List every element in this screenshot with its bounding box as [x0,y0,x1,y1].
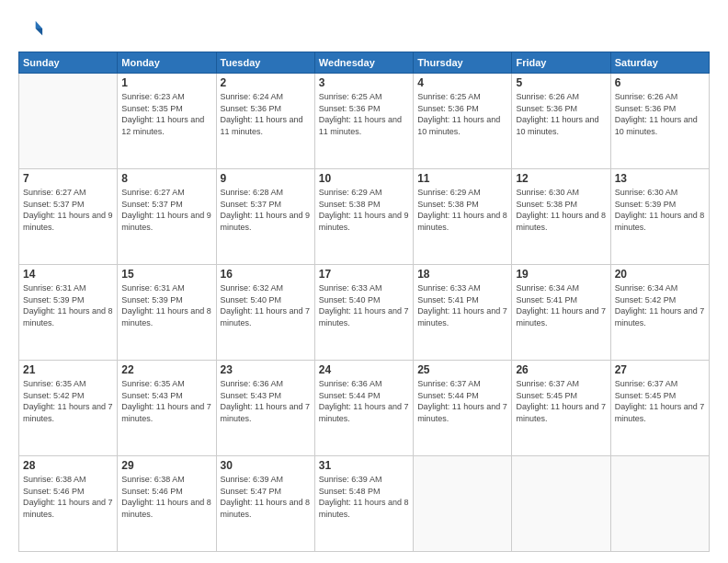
day-number: 31 [319,459,409,472]
cell-info: Sunrise: 6:27 AMSunset: 5:37 PMDaylight:… [23,187,113,233]
day-number: 23 [221,363,311,376]
calendar-cell: 3Sunrise: 6:25 AMSunset: 5:36 PMDaylight… [314,74,413,169]
calendar-cell: 5Sunrise: 6:26 AMSunset: 5:36 PMDaylight… [512,74,610,169]
calendar-cell: 28Sunrise: 6:38 AMSunset: 5:46 PMDayligh… [19,456,118,552]
day-number: 1 [121,76,211,89]
svg-marker-1 [36,29,42,35]
calendar-cell: 21Sunrise: 6:35 AMSunset: 5:42 PMDayligh… [19,361,118,456]
cell-info: Sunrise: 6:37 AMSunset: 5:45 PMDaylight:… [615,378,705,424]
calendar-week-2: 14Sunrise: 6:31 AMSunset: 5:39 PMDayligh… [19,265,710,361]
day-number: 4 [417,76,507,89]
cell-info: Sunrise: 6:35 AMSunset: 5:43 PMDaylight:… [121,378,211,424]
day-number: 24 [319,363,409,376]
calendar-cell: 9Sunrise: 6:28 AMSunset: 5:37 PMDaylight… [216,169,314,265]
calendar-cell: 14Sunrise: 6:31 AMSunset: 5:39 PMDayligh… [19,265,118,361]
calendar-week-4: 28Sunrise: 6:38 AMSunset: 5:46 PMDayligh… [19,456,710,552]
cell-info: Sunrise: 6:25 AMSunset: 5:36 PMDaylight:… [417,91,507,137]
header [18,17,710,42]
calendar-cell: 15Sunrise: 6:31 AMSunset: 5:39 PMDayligh… [118,265,216,361]
calendar-cell: 2Sunrise: 6:24 AMSunset: 5:36 PMDaylight… [216,74,314,169]
col-header-monday: Monday [118,52,216,74]
cell-info: Sunrise: 6:31 AMSunset: 5:39 PMDaylight:… [121,282,211,328]
day-number: 3 [319,76,409,89]
day-number: 19 [516,268,606,281]
calendar-cell [512,456,610,552]
calendar-cell: 12Sunrise: 6:30 AMSunset: 5:38 PMDayligh… [512,169,610,265]
day-number: 8 [121,172,211,185]
calendar-cell: 29Sunrise: 6:38 AMSunset: 5:46 PMDayligh… [118,456,216,552]
day-number: 17 [319,268,409,281]
cell-info: Sunrise: 6:37 AMSunset: 5:44 PMDaylight:… [417,378,507,424]
calendar-cell: 24Sunrise: 6:36 AMSunset: 5:44 PMDayligh… [314,361,413,456]
cell-info: Sunrise: 6:39 AMSunset: 5:48 PMDaylight:… [319,474,409,520]
day-number: 25 [417,363,507,376]
calendar-cell: 27Sunrise: 6:37 AMSunset: 5:45 PMDayligh… [610,361,709,456]
cell-info: Sunrise: 6:38 AMSunset: 5:46 PMDaylight:… [121,474,211,520]
day-number: 7 [23,172,113,185]
col-header-tuesday: Tuesday [216,52,314,74]
calendar-cell: 17Sunrise: 6:33 AMSunset: 5:40 PMDayligh… [314,265,413,361]
day-number: 14 [23,268,113,281]
calendar-cell: 22Sunrise: 6:35 AMSunset: 5:43 PMDayligh… [118,361,216,456]
cell-info: Sunrise: 6:36 AMSunset: 5:44 PMDaylight:… [319,378,409,424]
calendar-cell [414,456,512,552]
calendar-cell: 19Sunrise: 6:34 AMSunset: 5:41 PMDayligh… [512,265,610,361]
cell-info: Sunrise: 6:23 AMSunset: 5:35 PMDaylight:… [121,91,211,137]
day-number: 18 [417,268,507,281]
day-number: 22 [121,363,211,376]
day-number: 12 [516,172,606,185]
day-number: 11 [417,172,507,185]
cell-info: Sunrise: 6:34 AMSunset: 5:41 PMDaylight:… [516,282,606,328]
calendar-cell: 16Sunrise: 6:32 AMSunset: 5:40 PMDayligh… [216,265,314,361]
cell-info: Sunrise: 6:27 AMSunset: 5:37 PMDaylight:… [121,187,211,233]
calendar-cell: 23Sunrise: 6:36 AMSunset: 5:43 PMDayligh… [216,361,314,456]
calendar-cell: 4Sunrise: 6:25 AMSunset: 5:36 PMDaylight… [414,74,512,169]
cell-info: Sunrise: 6:30 AMSunset: 5:39 PMDaylight:… [615,187,705,233]
day-number: 9 [221,172,311,185]
cell-info: Sunrise: 6:33 AMSunset: 5:40 PMDaylight:… [319,282,409,328]
cell-info: Sunrise: 6:39 AMSunset: 5:47 PMDaylight:… [221,474,311,520]
day-number: 13 [615,172,705,185]
calendar-cell: 20Sunrise: 6:34 AMSunset: 5:42 PMDayligh… [610,265,709,361]
day-number: 10 [319,172,409,185]
calendar-header-row: SundayMondayTuesdayWednesdayThursdayFrid… [19,52,710,74]
calendar-cell: 11Sunrise: 6:29 AMSunset: 5:38 PMDayligh… [414,169,512,265]
cell-info: Sunrise: 6:28 AMSunset: 5:37 PMDaylight:… [221,187,311,233]
calendar-table: SundayMondayTuesdayWednesdayThursdayFrid… [18,52,710,552]
cell-info: Sunrise: 6:32 AMSunset: 5:40 PMDaylight:… [221,282,311,328]
calendar-cell: 7Sunrise: 6:27 AMSunset: 5:37 PMDaylight… [19,169,118,265]
calendar-cell: 8Sunrise: 6:27 AMSunset: 5:37 PMDaylight… [118,169,216,265]
col-header-wednesday: Wednesday [314,52,413,74]
cell-info: Sunrise: 6:35 AMSunset: 5:42 PMDaylight:… [23,378,113,424]
cell-info: Sunrise: 6:34 AMSunset: 5:42 PMDaylight:… [615,282,705,328]
cell-info: Sunrise: 6:29 AMSunset: 5:38 PMDaylight:… [417,187,507,233]
calendar-cell: 1Sunrise: 6:23 AMSunset: 5:35 PMDaylight… [118,74,216,169]
day-number: 15 [121,268,211,281]
cell-info: Sunrise: 6:30 AMSunset: 5:38 PMDaylight:… [516,187,606,233]
day-number: 26 [516,363,606,376]
svg-marker-0 [36,21,42,29]
calendar-cell [610,456,709,552]
logo-icon [18,17,44,42]
day-number: 16 [221,268,311,281]
calendar-cell: 6Sunrise: 6:26 AMSunset: 5:36 PMDaylight… [610,74,709,169]
cell-info: Sunrise: 6:37 AMSunset: 5:45 PMDaylight:… [516,378,606,424]
calendar-cell: 30Sunrise: 6:39 AMSunset: 5:47 PMDayligh… [216,456,314,552]
cell-info: Sunrise: 6:38 AMSunset: 5:46 PMDaylight:… [23,474,113,520]
day-number: 29 [121,459,211,472]
calendar-week-3: 21Sunrise: 6:35 AMSunset: 5:42 PMDayligh… [19,361,710,456]
calendar-cell: 31Sunrise: 6:39 AMSunset: 5:48 PMDayligh… [314,456,413,552]
cell-info: Sunrise: 6:33 AMSunset: 5:41 PMDaylight:… [417,282,507,328]
col-header-thursday: Thursday [414,52,512,74]
col-header-sunday: Sunday [19,52,118,74]
day-number: 28 [23,459,113,472]
cell-info: Sunrise: 6:31 AMSunset: 5:39 PMDaylight:… [23,282,113,328]
day-number: 20 [615,268,705,281]
cell-info: Sunrise: 6:24 AMSunset: 5:36 PMDaylight:… [221,91,311,137]
calendar-cell: 25Sunrise: 6:37 AMSunset: 5:44 PMDayligh… [414,361,512,456]
day-number: 6 [615,76,705,89]
day-number: 30 [221,459,311,472]
calendar-week-1: 7Sunrise: 6:27 AMSunset: 5:37 PMDaylight… [19,169,710,265]
calendar-cell: 13Sunrise: 6:30 AMSunset: 5:39 PMDayligh… [610,169,709,265]
col-header-friday: Friday [512,52,610,74]
